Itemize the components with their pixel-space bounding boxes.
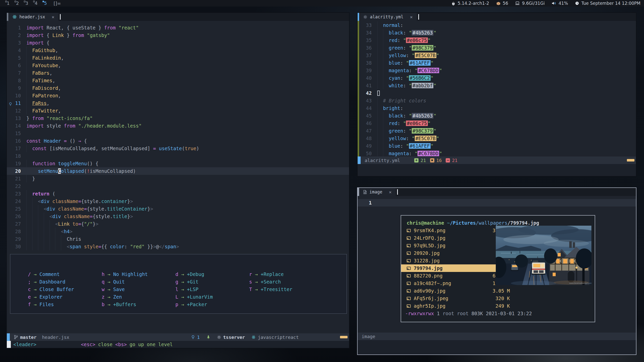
pending-keys: <leader> xyxy=(13,342,36,347)
status-modules: 5.14.2-arch1-2569.6Gi/31Gi41%Tue Septemb… xyxy=(451,1,640,6)
code-line: 17 const [isMenuCollapsed, setMenuCollap… xyxy=(7,145,349,152)
hint-key: <bs> xyxy=(115,342,127,347)
code-line: 6 FaYoutube, xyxy=(7,62,349,69)
tab-title: image xyxy=(369,189,382,194)
git-removed-count: 21 xyxy=(452,158,458,163)
code-text: FaRss, xyxy=(26,99,50,107)
tab-title: alacritty.yml xyxy=(370,14,403,19)
hint-key: <esc> xyxy=(81,342,95,347)
workspace-button-2[interactable]: 2 xyxy=(13,0,22,7)
cmdline-alacritty[interactable] xyxy=(358,164,636,176)
line-number: 47 xyxy=(360,127,372,135)
line-number: 27 xyxy=(9,220,21,228)
whichkey-binding-c[interactable]: c → Close Buffer xyxy=(28,286,74,293)
whichkey-binding-/[interactable]: / → Comment xyxy=(28,270,74,278)
whichkey-binding-f[interactable]: f → Files xyxy=(28,301,74,308)
whichkey-binding-w[interactable]: w → Save xyxy=(102,286,148,293)
code-text: Chris xyxy=(26,235,81,243)
close-icon[interactable]: × xyxy=(410,14,413,20)
code-text: const Header = () ⇒ { xyxy=(26,137,87,145)
line-number: 37 xyxy=(360,52,372,59)
whichkey-binding-h[interactable]: h → No Highlight xyxy=(102,270,148,278)
code-line: 30 <span style={{ color: "red" }}>@</spa… xyxy=(7,243,349,250)
status-module: 41% xyxy=(552,1,568,6)
code-line: 7 FaBars, xyxy=(7,69,349,77)
whichkey-column: / → Comment; → Dashboardc → Close Buffer… xyxy=(28,270,74,308)
whichkey-binding-e[interactable]: e → Explorer xyxy=(28,293,74,301)
package-icon xyxy=(496,1,501,6)
status-module-text: 56 xyxy=(503,1,508,6)
code-line: 1import React, { useState } from "react" xyxy=(7,24,349,31)
line-number: 42 xyxy=(360,89,372,97)
file-size: 3.05 M xyxy=(493,287,510,295)
whichkey-binding-l[interactable]: l → +LSP xyxy=(175,286,213,293)
workspace-button-1[interactable]: 1 xyxy=(4,0,13,7)
tab-image[interactable]: image × xyxy=(359,188,396,196)
whichkey-binding-;[interactable]: ; → Dashboard xyxy=(28,278,74,286)
window-editor-headerjsx[interactable]: header.jsx × 1import React, { useState }… xyxy=(6,12,350,348)
whichkey-binding-q[interactable]: q → Quit xyxy=(102,278,148,286)
cmdline-left[interactable]: <leader> <esc>close<bs>go up one level xyxy=(7,341,349,348)
workspace-button-4[interactable]: 4 xyxy=(31,0,41,7)
image-file-icon xyxy=(407,274,411,277)
code-text: <div className={style.title}> xyxy=(26,213,133,220)
whichkey-binding-d[interactable]: d → +Debug xyxy=(175,270,213,278)
code-line: 36 green: "#98C379" xyxy=(358,44,636,52)
whichkey-binding-L[interactable]: L → +LunarVim xyxy=(175,293,213,301)
tab-alacritty[interactable]: alacritty.yml × xyxy=(359,13,417,21)
code-line: 24 <div className={style.container}> xyxy=(7,197,349,205)
mode-indicator-block xyxy=(7,333,10,341)
line-number: 18 xyxy=(9,152,21,160)
file-list-item[interactable]: aghr5Ip.jpg249 K xyxy=(401,302,514,310)
workspace-button-5[interactable]: 5 xyxy=(41,0,50,7)
floating-terminal[interactable]: chris@machine ~/Pictures/wallpapers/7997… xyxy=(401,215,595,322)
window-image-buffer[interactable]: image × 1 chris@machine ~/Pictures/wallp… xyxy=(357,187,636,355)
code-text: FaGithub, xyxy=(26,47,58,54)
line-number: 30 xyxy=(9,243,21,250)
whichkey-column: r → +Replaces → +SearchT → +Treesitter xyxy=(249,270,292,293)
cmdline-image[interactable] xyxy=(358,340,636,354)
whichkey-binding-r[interactable]: r → +Replace xyxy=(249,270,292,278)
code-line: 38 blue: "#61AFEF" xyxy=(358,59,636,67)
image-file-icon xyxy=(407,282,411,285)
close-icon[interactable]: × xyxy=(389,189,392,195)
window-editor-alacritty[interactable]: alacritty.yml × 33 normal:34 black: "#4b… xyxy=(357,12,636,177)
whichkey-binding-g[interactable]: g → +Git xyxy=(175,278,213,286)
whichkey-binding-z[interactable]: z → Zen xyxy=(102,293,148,301)
git-added-icon: + xyxy=(414,158,419,163)
code-line: 22 xyxy=(7,182,349,190)
workspace-marker-icon xyxy=(5,1,7,2)
whichkey-popup: / → Comment; → Dashboardc → Close Buffer… xyxy=(10,254,347,314)
code-line: 37 yellow: "#E5C07B" xyxy=(358,52,636,59)
status-module-text: Tue September 14 12:00PM xyxy=(581,1,640,6)
workspace-switcher[interactable]: 12345 xyxy=(4,0,50,7)
file-list-item[interactable]: ad6v90y.jpg3.05 M xyxy=(401,287,514,295)
whichkey-binding-T[interactable]: T → +Treesitter xyxy=(249,286,292,293)
code-line: 3import { xyxy=(7,39,349,47)
desktop-background: 12345 []= 5.14.2-arch1-2569.6Gi/31Gi41%T… xyxy=(0,0,644,362)
whichkey-binding-s[interactable]: s → +Search xyxy=(249,278,292,286)
owner: root root xyxy=(443,311,469,316)
line-number: 12 xyxy=(9,107,21,114)
code-text: <div className={style.container}> xyxy=(26,197,133,205)
whichkey-binding-p[interactable]: p → +Packer xyxy=(175,301,213,308)
workspace-marker-icon xyxy=(43,1,44,2)
workspace-button-3[interactable]: 3 xyxy=(22,0,31,7)
lightbulb-icon xyxy=(191,335,195,339)
code-buffer-alacritty[interactable]: 33 normal:34 black: "#4b5263"35 red: "#e… xyxy=(358,21,636,156)
file-list-item[interactable]: AFq5r6j.jpeg320 K xyxy=(401,295,514,302)
tab-headerjsx[interactable]: header.jsx × xyxy=(8,13,58,21)
file-name: 799794.jpg xyxy=(414,264,442,272)
file-name: ad6v90y.jpg xyxy=(414,287,445,295)
code-line: 8 FaTimes, xyxy=(7,77,349,84)
line-number: 8 xyxy=(9,77,21,84)
line-number: 17 xyxy=(9,145,21,152)
line-number: 7 xyxy=(9,69,21,77)
penguin-icon xyxy=(451,1,455,6)
whichkey-binding-b[interactable]: b → +Buffers xyxy=(102,301,148,308)
line-number: 38 xyxy=(360,59,372,67)
code-line: 33 normal: xyxy=(358,21,636,29)
close-icon[interactable]: × xyxy=(52,14,54,20)
git-branch-name[interactable]: master xyxy=(20,335,36,340)
scroll-position-chip xyxy=(340,336,348,338)
